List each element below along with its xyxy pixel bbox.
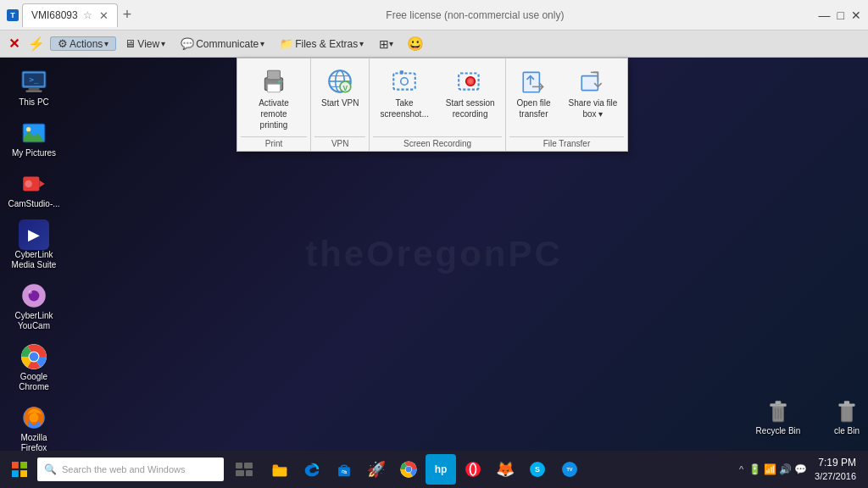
- emoji-btn[interactable]: 😀: [402, 36, 429, 52]
- taskbar-store[interactable]: 🛍: [329, 454, 359, 485]
- files-extras-menu-btn[interactable]: 📁 Files & Extras ▾: [273, 37, 370, 50]
- svg-rect-46: [776, 401, 781, 404]
- taskbar-opera[interactable]: [458, 454, 488, 485]
- svg-rect-58: [236, 470, 244, 476]
- windows-taskbar: 🔍 Search the web and Windows: [0, 451, 868, 488]
- svg-rect-54: [12, 470, 19, 477]
- svg-rect-25: [29, 87, 40, 90]
- recycle-bin2-label: cle Bin: [834, 426, 860, 435]
- taskbar-time: 7:19 PM: [815, 457, 856, 470]
- browser-tab[interactable]: VMI68093 ☆ ✕: [22, 3, 118, 27]
- files-extras-chevron: ▾: [359, 39, 364, 48]
- browser-window: T VMI68093 ☆ ✕ + Free license (non-comme…: [0, 0, 868, 451]
- remote-icons-right: Recycle Bin: [748, 393, 809, 438]
- taskbar-teamviewer[interactable]: TV: [554, 454, 585, 485]
- taskbar-file-explorer[interactable]: [264, 454, 295, 485]
- recycle-bin-icon[interactable]: Recycle Bin: [748, 393, 809, 438]
- svg-rect-60: [273, 469, 287, 477]
- cyberlink-media-icon[interactable]: ▶ CyberLinkMedia Suite: [3, 217, 64, 273]
- mozilla-firefox-label: MozillaFirefox: [20, 433, 47, 451]
- communicate-menu-btn[interactable]: 💬 Communicate ▾: [174, 37, 271, 50]
- taskbar-apps: 🛍 🚀 hp: [261, 454, 585, 485]
- recycle-bin2-icon[interactable]: cle Bin: [826, 393, 868, 438]
- taskbar-firefox[interactable]: 🦊: [490, 454, 520, 485]
- svg-point-13: [401, 78, 409, 86]
- my-pictures-label: My Pictures: [12, 148, 56, 158]
- google-chrome-icon[interactable]: GoogleChrome: [3, 339, 64, 395]
- view-chevron: ▾: [161, 39, 165, 48]
- share-via-file-box-btn[interactable]: Share via filebox ▾: [562, 62, 625, 134]
- start-vpn-btn[interactable]: V Start VPN: [314, 62, 365, 134]
- tv-close-icon[interactable]: ✕: [5, 36, 23, 52]
- svg-rect-52: [12, 462, 19, 469]
- activate-remote-printing-label: Activate remoteprinting: [248, 97, 300, 130]
- start-session-recording-label: Start sessionrecording: [446, 97, 495, 119]
- taskbar-search-icon: 🔍: [44, 463, 57, 475]
- svg-text:TV: TV: [566, 467, 572, 472]
- start-session-recording-btn[interactable]: Start sessionrecording: [439, 62, 502, 134]
- view-icon: 🖥: [125, 37, 136, 50]
- tray-notification-icon[interactable]: 💬: [794, 463, 807, 475]
- start-button[interactable]: [3, 453, 36, 485]
- mozilla-firefox-icon[interactable]: MozillaFirefox: [3, 400, 64, 451]
- windows-btn[interactable]: ⊞ ▾: [372, 37, 400, 51]
- take-screenshot-btn[interactable]: Takescreenshot...: [373, 62, 435, 134]
- maximize-button[interactable]: □: [837, 8, 844, 22]
- tray-volume-icon[interactable]: 🔊: [779, 463, 792, 475]
- vpn-icon: V: [324, 65, 356, 97]
- svg-rect-14: [400, 70, 403, 74]
- taskbar-skype[interactable]: S: [522, 454, 553, 485]
- svg-text:>_: >_: [29, 75, 39, 84]
- recycle-bin-icon-img: [763, 396, 793, 426]
- google-chrome-label: GoogleChrome: [19, 372, 49, 392]
- printer-icon: [258, 65, 290, 97]
- screenshot-icon: [388, 65, 420, 97]
- tv-lightning-icon[interactable]: ⚡: [25, 36, 48, 52]
- files-extras-label: Files & Extras: [295, 38, 358, 50]
- print-section-label: Print: [241, 136, 307, 151]
- my-pictures-icon[interactable]: My Pictures: [3, 115, 64, 161]
- new-tab-button[interactable]: +: [123, 6, 132, 24]
- file-transfer-section-label: File Transfer: [509, 136, 625, 151]
- taskbar-clock[interactable]: 7:19 PM 3/27/2016: [810, 457, 861, 482]
- tab-star-icon[interactable]: ☆: [83, 9, 92, 21]
- svg-rect-56: [236, 463, 242, 469]
- tab-close-button[interactable]: ✕: [99, 9, 108, 22]
- svg-text:S: S: [535, 465, 540, 474]
- tray-chevron[interactable]: ^: [737, 463, 746, 476]
- recycle-bin2-icon-img: [832, 396, 862, 426]
- communicate-icon: 💬: [181, 37, 194, 50]
- open-file-transfer-btn[interactable]: Open filetransfer: [509, 62, 559, 134]
- svg-rect-59: [246, 470, 253, 476]
- task-view-btn[interactable]: [229, 454, 259, 485]
- close-button[interactable]: ✕: [851, 8, 861, 22]
- svg-point-38: [29, 291, 32, 294]
- svg-point-17: [468, 79, 472, 83]
- svg-point-30: [26, 127, 31, 131]
- taskbar-rocket[interactable]: 🚀: [361, 454, 392, 485]
- svg-point-65: [406, 467, 412, 473]
- tray-battery-icon: 🔋: [748, 463, 761, 475]
- svg-rect-51: [844, 401, 849, 404]
- svg-marker-33: [39, 180, 44, 188]
- view-menu-btn[interactable]: 🖥 View ▾: [118, 37, 172, 50]
- taskbar-hp[interactable]: hp: [426, 454, 456, 485]
- this-pc-icon-img: >_: [19, 67, 49, 97]
- this-pc-label: This PC: [19, 97, 49, 108]
- cyberlink-youcam-icon[interactable]: CyberLinkYouCam: [3, 278, 64, 334]
- files-icon: 📁: [280, 37, 293, 50]
- actions-menu-btn[interactable]: ⚙ Actions ▾: [50, 36, 116, 51]
- taskbar-chrome[interactable]: [393, 454, 424, 485]
- this-pc-icon[interactable]: >_ This PC: [3, 64, 64, 110]
- window-controls: — □ ✕: [819, 8, 861, 22]
- activate-remote-printing-btn[interactable]: Activate remoteprinting: [241, 62, 307, 134]
- tv-toolbar: ✕ ⚡ ⚙ Actions ▾ 🖥 View ▾ 💬 Communicate ▾…: [0, 30, 868, 58]
- minimize-button[interactable]: —: [819, 8, 831, 22]
- taskbar-search[interactable]: 🔍 Search the web and Windows: [37, 458, 224, 481]
- svg-rect-2: [268, 84, 281, 92]
- actions-chevron: ▾: [104, 39, 108, 48]
- camstudio-icon[interactable]: CamStudio-...: [3, 166, 64, 212]
- communicate-chevron: ▾: [260, 39, 264, 48]
- taskbar-edge[interactable]: [297, 454, 327, 485]
- record-icon: [454, 65, 487, 97]
